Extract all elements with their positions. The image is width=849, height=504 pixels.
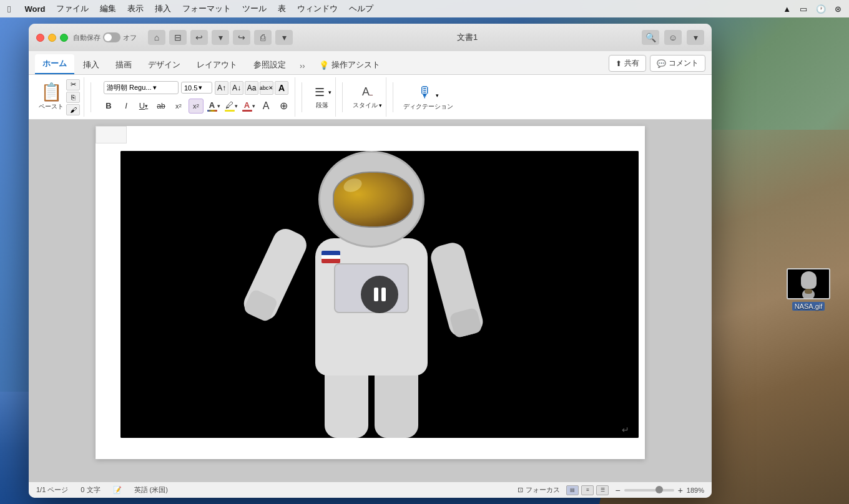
menu-insert[interactable]: 挿入 — [155, 3, 171, 14]
dictation-button[interactable]: 🎙 ▾ — [418, 84, 438, 101]
titlebar-center: 文書1 — [298, 32, 637, 43]
screen-icon[interactable]: ▭ — [800, 4, 807, 14]
menu-view[interactable]: 表示 — [127, 3, 144, 14]
paragraph-dropdown-icon[interactable]: ▾ — [328, 89, 331, 95]
profile-dropdown[interactable]: ▾ — [687, 30, 704, 45]
zoom-minus-button[interactable]: − — [615, 485, 620, 495]
language-label[interactable]: 英語 (米国) — [134, 485, 168, 495]
menu-table[interactable]: 表 — [278, 3, 286, 14]
underline-dropdown-icon[interactable]: ▾ — [145, 103, 148, 109]
tab-insert[interactable]: 挿入 — [76, 56, 107, 74]
print-button[interactable]: ⎙ — [254, 30, 272, 45]
font-size-selector[interactable]: 10.5 ▾ — [181, 82, 212, 94]
tab-assist[interactable]: 💡 操作アシスト — [312, 56, 388, 74]
font-color-button[interactable]: A ▾ — [206, 99, 221, 114]
bold-button[interactable]: B — [101, 99, 116, 114]
close-button[interactable] — [36, 34, 44, 42]
font-style-button[interactable]: A — [275, 81, 288, 95]
focus-label[interactable]: フォーカス — [526, 485, 560, 495]
desktop-file-nasa[interactable]: NASA.gif — [787, 268, 830, 311]
style-dropdown-icon[interactable]: ▾ — [379, 102, 382, 109]
paste-icon: 📋 — [41, 84, 62, 101]
style-button[interactable]: A _ — [360, 85, 375, 100]
dictation-dropdown-icon[interactable]: ▾ — [436, 92, 439, 99]
paragraph-label: 段落 — [316, 101, 328, 110]
undo-button[interactable]: ↩ — [190, 30, 208, 45]
save-button[interactable]: ⊟ — [169, 30, 187, 45]
tab-design[interactable]: デザイン — [140, 56, 188, 74]
highlight-dropdown-icon[interactable]: ▾ — [235, 103, 238, 109]
search-button[interactable]: 🔍 — [642, 30, 659, 45]
font-case-button[interactable]: Aa — [245, 81, 258, 95]
minimize-button[interactable] — [48, 34, 56, 42]
font-size-decrease[interactable]: A↓ — [230, 81, 243, 95]
menu-help[interactable]: ヘルプ — [349, 3, 373, 14]
comment-button[interactable]: 💬 コメント — [650, 55, 705, 72]
thumb-visor — [805, 289, 812, 294]
menu-window[interactable]: ウィンドウ — [297, 3, 338, 14]
text-effect-button[interactable]: A — [258, 99, 273, 114]
font-size-increase[interactable]: A↑ — [215, 81, 228, 95]
return-symbol: ↵ — [622, 425, 629, 435]
zoom-plus-button[interactable]: + — [678, 485, 683, 495]
airdrop-icon[interactable]: ▲ — [783, 4, 791, 14]
tab-home[interactable]: ホーム — [35, 54, 74, 74]
copy-button[interactable]: ⎘ — [66, 92, 80, 103]
underline-button[interactable]: U ▾ — [136, 99, 151, 114]
wifi-icon[interactable]: ⊛ — [835, 4, 842, 14]
autosave-toggle[interactable] — [103, 32, 120, 42]
subscript-button[interactable]: x2 — [171, 99, 186, 114]
font-name-selector[interactable]: 游明朝 Regu... ▾ — [104, 81, 179, 94]
zoom-track[interactable] — [624, 489, 674, 492]
customize-button[interactable]: ▾ — [275, 30, 293, 45]
statusbar-right: ⊡ フォーカス ▤ ≡ ☰ − + 189% — [518, 485, 704, 495]
apple-logo-icon[interactable]:  — [7, 4, 11, 14]
view-read-button[interactable]: ☰ — [596, 485, 609, 495]
pause-button[interactable] — [361, 276, 398, 313]
embedded-gif-container: ↵ — [120, 151, 639, 438]
thumb-astronaut — [798, 271, 820, 296]
font-row1: 游明朝 Regu... ▾ 10.5 ▾ A↑ A↓ Aa abc✕ A — [104, 81, 288, 95]
profile-button[interactable]: ☺ — [664, 30, 682, 45]
tab-draw[interactable]: 描画 — [108, 56, 139, 74]
menu-format[interactable]: フォーマット — [182, 3, 231, 14]
italic-button[interactable]: I — [119, 99, 134, 114]
font-clear-button[interactable]: abc✕ — [260, 81, 273, 95]
glove-left — [243, 288, 279, 322]
view-print-button[interactable]: ▤ — [566, 485, 579, 495]
document-area[interactable]: ↵ — [29, 120, 712, 482]
menu-edit[interactable]: 編集 — [100, 3, 116, 14]
proofread-icon[interactable]: 📝 — [113, 486, 122, 494]
format-copy-button[interactable]: 🖌 — [66, 104, 80, 115]
paragraph-group: ☰ ▾ 段落 — [308, 77, 336, 117]
tab-more[interactable]: ›› — [295, 57, 310, 74]
menu-file[interactable]: ファイル — [56, 3, 89, 14]
tab-references[interactable]: 参照設定 — [246, 56, 293, 74]
app-name[interactable]: Word — [24, 4, 45, 14]
text-color-button[interactable]: A ▾ — [241, 99, 256, 114]
helmet-visor — [333, 172, 414, 228]
zoom-thumb[interactable] — [655, 486, 663, 493]
view-outline-button[interactable]: ≡ — [581, 485, 594, 495]
timemachine-icon[interactable]: 🕐 — [816, 4, 826, 14]
color-dropdown-icon[interactable]: ▾ — [217, 103, 220, 109]
home-button[interactable]: ⌂ — [148, 30, 165, 45]
ribbon-tabs: ホーム 挿入 描画 デザイン レイアウト 参照設定 ›› 💡 操作アシスト ⬆ … — [29, 51, 712, 75]
maximize-button[interactable] — [60, 34, 68, 42]
undo-dropdown-button[interactable]: ▾ — [212, 30, 229, 45]
cut-button[interactable]: ✂ — [66, 79, 80, 90]
text-symbol-button[interactable]: ⊕ — [276, 99, 291, 114]
highlight-button[interactable]: 🖊 ▾ — [223, 99, 238, 114]
share-button[interactable]: ⬆ 共有 — [609, 55, 646, 72]
strikethrough-button[interactable]: ab — [154, 99, 169, 114]
redo-button[interactable]: ↪ — [233, 30, 250, 45]
tab-layout[interactable]: レイアウト — [189, 56, 245, 74]
superscript-button[interactable]: x2 — [189, 99, 204, 114]
paste-button[interactable]: 📋 ペースト — [39, 84, 64, 111]
pause-bar-right — [381, 288, 386, 301]
file-label: NASA.gif — [792, 302, 825, 311]
chevron-down-icon: ▾ — [199, 84, 202, 92]
paragraph-settings-button[interactable]: ☰ — [312, 85, 327, 100]
menu-tools[interactable]: ツール — [242, 3, 267, 14]
textcolor-dropdown-icon[interactable]: ▾ — [252, 103, 255, 109]
